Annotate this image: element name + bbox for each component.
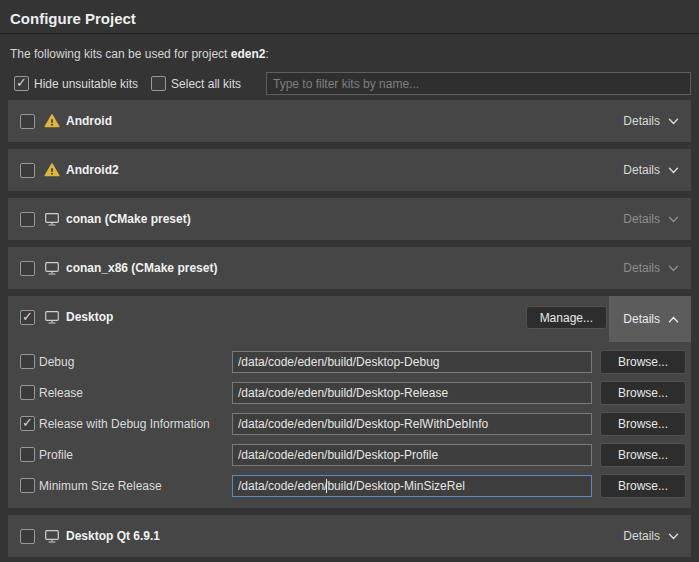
title-separator xyxy=(0,33,699,34)
details-toggle[interactable]: Details xyxy=(609,296,691,342)
browse-button[interactable]: Browse... xyxy=(600,443,686,467)
kit-list: Android Details Android2 xyxy=(8,100,691,557)
intro-suffix: : xyxy=(265,47,268,61)
details-label: Details xyxy=(623,261,660,275)
kit-checkbox[interactable] xyxy=(20,310,35,325)
build-dir-field xyxy=(232,351,592,373)
build-config-row: Release Browse... xyxy=(8,377,691,408)
build-config-row: Profile Browse... xyxy=(8,439,691,470)
chevron-up-icon xyxy=(668,316,679,323)
browse-button[interactable]: Browse... xyxy=(600,474,686,498)
text-caret xyxy=(326,479,327,493)
build-dir-field xyxy=(232,382,592,404)
configure-project-page: Configure Project The following kits can… xyxy=(0,10,699,562)
build-config-checkbox[interactable] xyxy=(20,385,35,400)
build-config-row: Debug Browse... xyxy=(8,346,691,377)
kit-header: conan_x86 (CMake preset) Details xyxy=(8,247,691,289)
build-config-label: Profile xyxy=(39,448,232,462)
build-dir-input[interactable] xyxy=(232,475,592,497)
chevron-down-icon xyxy=(668,118,679,125)
kit-name: conan (CMake preset) xyxy=(66,212,191,226)
build-dir-input[interactable] xyxy=(232,444,592,466)
manage-button[interactable]: Manage... xyxy=(526,306,607,329)
details-label: Details xyxy=(623,114,660,128)
build-dir-input[interactable] xyxy=(232,382,592,404)
browse-button[interactable]: Browse... xyxy=(600,412,686,436)
kit-name: Android xyxy=(66,114,112,128)
monitor-icon xyxy=(44,309,60,325)
kit-name: Android2 xyxy=(66,163,119,177)
details-label: Details xyxy=(623,163,660,177)
kit-header: Android Details xyxy=(8,100,691,142)
kit-filter-toolbar: Hide unsuitable kits Select all kits xyxy=(14,72,691,95)
build-config-label: Debug xyxy=(39,355,232,369)
build-config-label: Minimum Size Release xyxy=(39,479,232,493)
kit-checkbox[interactable] xyxy=(20,261,35,276)
build-config-label: Release xyxy=(39,386,232,400)
build-config-row: Minimum Size Release Browse... xyxy=(8,470,691,501)
build-config-checkbox[interactable] xyxy=(20,478,35,493)
select-all-kits-label: Select all kits xyxy=(171,77,241,91)
chevron-down-icon xyxy=(668,167,679,174)
details-toggle[interactable]: Details xyxy=(609,149,691,191)
kit-name: Desktop xyxy=(66,310,113,324)
chevron-down-icon xyxy=(668,533,679,540)
kit-checkbox[interactable] xyxy=(20,163,35,178)
kit-row: Desktop Qt 6.9.1 Details xyxy=(8,515,691,557)
build-config-checkbox[interactable] xyxy=(20,447,35,462)
kit-build-configs: Debug Browse... Release Browse... Releas… xyxy=(8,338,691,508)
hide-unsuitable-kits-label: Hide unsuitable kits xyxy=(34,77,138,91)
monitor-icon xyxy=(44,528,60,544)
kit-filter-input[interactable] xyxy=(266,72,691,95)
build-config-label: Release with Debug Information xyxy=(39,417,232,431)
kit-row: Desktop Manage... Details Debug Browse..… xyxy=(8,296,691,508)
kit-header: Desktop Manage... Details xyxy=(8,296,691,338)
details-toggle[interactable]: Details xyxy=(609,100,691,142)
kit-row: conan_x86 (CMake preset) Details xyxy=(8,247,691,289)
chevron-down-icon xyxy=(668,216,679,223)
browse-button[interactable]: Browse... xyxy=(600,381,686,405)
warning-icon xyxy=(44,113,60,129)
build-dir-field xyxy=(232,444,592,466)
kit-row: conan (CMake preset) Details xyxy=(8,198,691,240)
chevron-down-icon xyxy=(668,265,679,272)
build-config-checkbox[interactable] xyxy=(20,354,35,369)
build-config-row: Release with Debug Information Browse... xyxy=(8,408,691,439)
kit-checkbox[interactable] xyxy=(20,212,35,227)
build-dir-input[interactable] xyxy=(232,351,592,373)
build-dir-field xyxy=(232,413,592,435)
kit-row: Android Details xyxy=(8,100,691,142)
kit-header: conan (CMake preset) Details xyxy=(8,198,691,240)
kit-header: Desktop Qt 6.9.1 Details xyxy=(8,515,691,557)
kit-name: conan_x86 (CMake preset) xyxy=(66,261,217,275)
build-config-checkbox[interactable] xyxy=(20,416,35,431)
build-dir-field xyxy=(232,475,592,497)
kit-checkbox[interactable] xyxy=(20,529,35,544)
build-dir-input[interactable] xyxy=(232,413,592,435)
kit-name: Desktop Qt 6.9.1 xyxy=(66,529,160,543)
intro-prefix: The following kits can be used for proje… xyxy=(10,47,231,61)
details-toggle[interactable]: Details xyxy=(609,247,691,289)
hide-unsuitable-kits-checkbox[interactable] xyxy=(14,76,29,91)
details-label: Details xyxy=(623,529,660,543)
kit-header: Android2 Details xyxy=(8,149,691,191)
browse-button[interactable]: Browse... xyxy=(600,350,686,374)
kit-checkbox[interactable] xyxy=(20,114,35,129)
details-label: Details xyxy=(623,212,660,226)
kit-row: Android2 Details xyxy=(8,149,691,191)
project-name: eden2 xyxy=(231,47,266,61)
intro-text: The following kits can be used for proje… xyxy=(10,47,689,61)
details-label: Details xyxy=(623,312,660,326)
select-all-kits-option[interactable]: Select all kits xyxy=(151,76,241,91)
monitor-icon xyxy=(44,211,60,227)
warning-icon xyxy=(44,162,60,178)
details-toggle[interactable]: Details xyxy=(609,515,691,557)
details-toggle[interactable]: Details xyxy=(609,198,691,240)
page-title: Configure Project xyxy=(10,10,699,28)
hide-unsuitable-kits-option[interactable]: Hide unsuitable kits xyxy=(14,76,138,91)
select-all-kits-checkbox[interactable] xyxy=(151,76,166,91)
monitor-icon xyxy=(44,260,60,276)
